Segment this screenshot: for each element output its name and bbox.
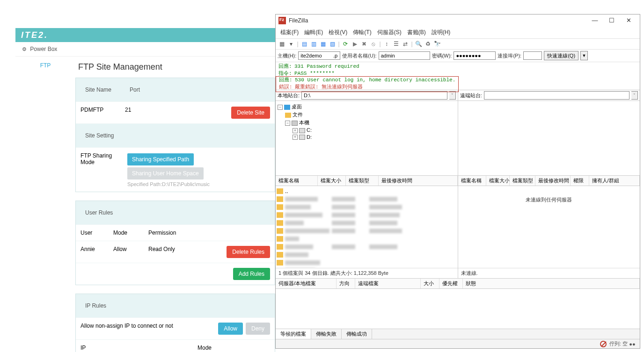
add-user-rule-button[interactable]: Add Rules <box>233 268 270 280</box>
titlebar[interactable]: FileZilla — ☐ ✕ <box>276 14 640 27</box>
list-item[interactable] <box>277 219 457 227</box>
tree-desktop[interactable]: 桌面 <box>292 104 302 109</box>
delete-user-rule-button[interactable]: Delete Rules <box>227 246 270 258</box>
tab-success[interactable]: 傳輸成功 <box>342 329 372 339</box>
remote-col-modified[interactable]: 最後修改時間 <box>535 176 571 186</box>
local-tree[interactable]: −桌面 文件 −本機 +C: +D: <box>276 101 458 175</box>
local-col-size[interactable]: 檔案大小 <box>318 176 346 186</box>
close-button[interactable]: ✕ <box>620 16 637 25</box>
menu-file[interactable]: 檔案(F) <box>278 28 300 37</box>
reconnect-icon[interactable]: ↕ <box>382 40 391 48</box>
allow-button[interactable]: Allow <box>218 323 243 335</box>
remote-col-perm[interactable]: 權限 <box>571 176 589 186</box>
queue-col-server[interactable]: 伺服器/本地檔案 <box>276 279 337 288</box>
local-col-type[interactable]: 檔案類型 <box>346 176 379 186</box>
queue-body[interactable] <box>276 289 640 329</box>
user-input[interactable] <box>379 51 430 60</box>
menu-edit[interactable]: 編輯(E) <box>302 28 325 37</box>
tree-drive-c[interactable]: C: <box>307 127 312 133</box>
list-item[interactable] <box>277 195 457 203</box>
refresh-icon[interactable]: ⟳ <box>341 40 350 48</box>
queue-col-remote[interactable]: 遠端檔案 <box>355 279 421 288</box>
list-item[interactable] <box>277 227 457 235</box>
remote-site-dropdown[interactable]: ˅ <box>631 91 638 100</box>
list-item[interactable] <box>277 243 457 251</box>
delete-site-button[interactable]: Delete Site <box>231 107 270 119</box>
remote-site-label: 遠端站台: <box>460 92 482 99</box>
remote-col-size[interactable]: 檔案大小 <box>486 176 510 186</box>
filter-icon[interactable]: ☰ <box>392 40 400 48</box>
panel-site: Site Name Port PDMFTP 21 Delete Site Sit… <box>75 78 275 192</box>
tree-documents[interactable]: 文件 <box>293 112 303 117</box>
tab-failed[interactable]: 傳輸失敗 <box>311 329 342 339</box>
port-input[interactable] <box>523 51 542 60</box>
compare-icon[interactable]: ⇄ <box>401 40 410 48</box>
mode-user-home[interactable]: Sharing User Home Space <box>127 167 204 180</box>
col-ip-mode: Mode <box>193 340 216 352</box>
menu-transfer[interactable]: 傳輸(T) <box>351 28 373 37</box>
remote-col-name[interactable]: 檔案名稱 <box>458 176 486 186</box>
sidebar-item-ftp[interactable]: FTP <box>15 57 75 74</box>
filezilla-window: FileZilla — ☐ ✕ 檔案(F) 編輯(E) 檢視(V) 傳輸(T) … <box>275 14 640 349</box>
toggle-log-icon[interactable]: ▤ <box>300 40 308 48</box>
menu-view[interactable]: 檢視(V) <box>327 28 349 37</box>
sync-icon[interactable]: ♻ <box>424 40 432 48</box>
queue-col-status[interactable]: 狀態 <box>463 279 640 288</box>
panel-ip-rules: IP Rules Allow non-assign IP to connect … <box>75 294 275 352</box>
local-site-label: 本地站台: <box>278 92 300 99</box>
remote-empty-text: 未連線到任何伺服器 <box>459 187 639 213</box>
list-item[interactable]: .. <box>277 187 457 195</box>
menu-bookmarks[interactable]: 書籤(B) <box>405 28 428 37</box>
local-list-body[interactable]: .. <box>276 186 458 268</box>
menu-server[interactable]: 伺服器(S) <box>375 28 403 37</box>
disconnect-icon[interactable]: ⦸ <box>369 40 378 48</box>
quickconnect-dropdown[interactable]: ▼ <box>580 51 588 60</box>
tree-drive-d[interactable]: D: <box>307 134 312 140</box>
remote-file-list[interactable]: 檔案名稱 檔案大小 檔案類型 最後修改時間 權限 擁有人/群組 未連線到任何伺服… <box>458 176 640 278</box>
cell-permission: Read Only <box>144 241 216 263</box>
toggle-tree-icon[interactable]: ▥ <box>309 40 318 48</box>
message-log[interactable]: 回應:331 Password required 指令:PASS *******… <box>276 62 640 90</box>
list-item[interactable] <box>277 251 457 259</box>
user-label: 使用者名稱(U): <box>342 52 376 59</box>
list-item[interactable] <box>277 203 457 211</box>
toggle-queue-icon[interactable]: ▦ <box>319 40 327 48</box>
local-col-name[interactable]: 檔案名稱 <box>276 176 318 186</box>
toggle-remote-icon[interactable]: ▧ <box>328 40 337 48</box>
remote-col-type[interactable]: 檔案類型 <box>510 176 535 186</box>
quickconnect-button[interactable]: 快速連線(Q) <box>544 51 578 60</box>
log-text-1: 331 Password required <box>294 64 359 69</box>
local-site-dropdown[interactable]: ˅ <box>449 91 456 100</box>
queue-col-prio[interactable]: 優先權 <box>439 279 463 288</box>
process-queue-icon[interactable]: ▶ <box>351 40 359 48</box>
mode-specified-path[interactable]: Sharing Specified Path <box>127 153 194 165</box>
queue-col-dir[interactable]: 方向 <box>337 279 355 288</box>
local-col-modified[interactable]: 最後修改時間 <box>379 176 458 186</box>
dropdown-icon[interactable]: ▾ <box>287 40 295 48</box>
deny-button[interactable]: Deny <box>246 323 270 335</box>
menubar: 檔案(F) 編輯(E) 檢視(V) 傳輸(T) 伺服器(S) 書籤(B) 說明(… <box>276 27 640 38</box>
tab-queued[interactable]: 等候的檔案 <box>276 329 311 339</box>
col-mode: Mode <box>109 225 144 241</box>
sitemanager-icon[interactable]: ▦ <box>278 40 286 48</box>
minimize-button[interactable]: — <box>586 16 603 25</box>
tree-thispc[interactable]: 本機 <box>299 120 309 125</box>
queue-col-size[interactable]: 大小 <box>421 279 439 288</box>
breadcrumb[interactable]: ⚙ Power Box <box>15 42 275 57</box>
col-user: User <box>76 225 109 241</box>
list-item[interactable] <box>277 235 457 243</box>
binoculars-icon[interactable]: 🔭 <box>433 40 441 48</box>
list-item[interactable] <box>277 211 457 219</box>
local-site-input[interactable] <box>301 91 447 100</box>
remote-col-owner[interactable]: 擁有人/群組 <box>589 176 640 186</box>
local-file-list[interactable]: 檔案名稱 檔案大小 檔案類型 最後修改時間 .. 1 個檔案與 34 個目錄. … <box>276 176 458 278</box>
maximize-button[interactable]: ☐ <box>603 16 620 25</box>
host-input[interactable] <box>298 51 340 60</box>
list-item[interactable] <box>277 259 457 266</box>
search-icon[interactable]: 🔍 <box>414 40 423 48</box>
menu-help[interactable]: 說明(H) <box>430 28 453 37</box>
pass-input[interactable] <box>454 51 496 60</box>
remote-site-input[interactable] <box>484 91 629 100</box>
cancel-icon[interactable]: ✖ <box>360 40 368 48</box>
remote-tree[interactable] <box>458 101 640 175</box>
